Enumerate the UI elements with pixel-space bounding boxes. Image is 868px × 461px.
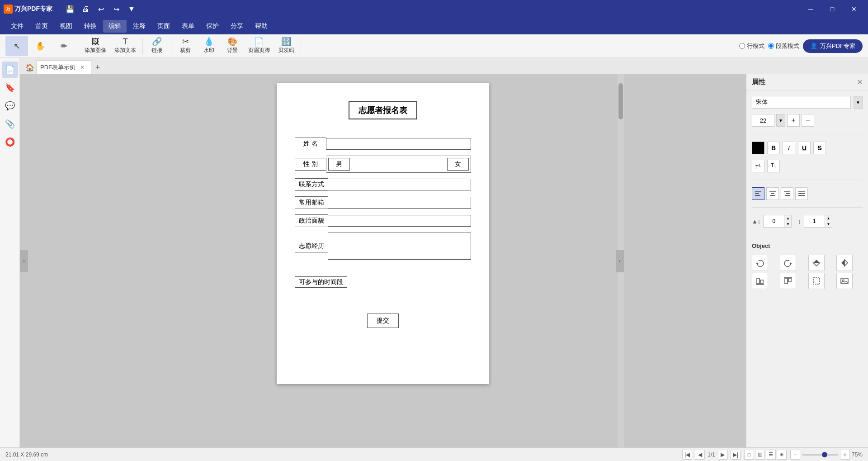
prev-page-button[interactable]: ◀ bbox=[695, 450, 705, 460]
menu-share[interactable]: 分享 bbox=[225, 20, 249, 33]
name-value[interactable] bbox=[326, 138, 471, 150]
bates-btn[interactable]: 🔢 贝茨码 bbox=[274, 36, 298, 56]
sidebar-signature-icon[interactable]: ⭕ bbox=[2, 134, 18, 150]
close-button[interactable]: ✕ bbox=[844, 0, 864, 18]
zoom-in-button[interactable]: + bbox=[840, 450, 850, 460]
strikethrough-button[interactable]: S bbox=[813, 142, 826, 154]
select-tool[interactable]: ↖ bbox=[5, 36, 28, 56]
italic-button[interactable]: I bbox=[783, 142, 795, 154]
font-size-input[interactable] bbox=[752, 114, 774, 127]
watermark-btn[interactable]: 💧 水印 bbox=[198, 36, 220, 56]
menu-protect[interactable]: 保护 bbox=[201, 20, 224, 33]
font-size-arrow[interactable]: ▼ bbox=[776, 114, 785, 127]
line-spacing-input[interactable] bbox=[804, 217, 825, 226]
crop-btn[interactable]: ✂ 裁剪 bbox=[174, 36, 197, 56]
align-bottom-button[interactable] bbox=[752, 273, 768, 289]
edit-tool[interactable]: ✏ bbox=[52, 36, 75, 56]
subscript-button[interactable]: T1 bbox=[767, 160, 780, 172]
add-tab-button[interactable]: + bbox=[91, 61, 104, 74]
double-page-view[interactable]: ▥ bbox=[755, 450, 765, 460]
align-right-button[interactable] bbox=[781, 187, 793, 200]
zoom-thumb[interactable] bbox=[822, 452, 827, 457]
line-spacing-up[interactable]: ▲ bbox=[825, 215, 832, 221]
experience-value[interactable] bbox=[328, 233, 471, 260]
align-left-button[interactable] bbox=[752, 187, 764, 200]
crop-button[interactable] bbox=[808, 273, 825, 289]
line-spacing-down[interactable]: ▼ bbox=[825, 221, 832, 227]
scroll-thumb[interactable] bbox=[618, 83, 623, 119]
home-tab-icon[interactable]: 🏠 bbox=[24, 61, 36, 74]
char-spacing-up[interactable]: ▲ bbox=[784, 215, 791, 221]
menu-convert[interactable]: 转换 bbox=[79, 20, 102, 33]
sidebar-bookmark-icon[interactable]: 🔖 bbox=[2, 80, 18, 96]
link-btn[interactable]: 🔗 链接 bbox=[146, 36, 168, 56]
font-select[interactable]: 宋体 bbox=[752, 96, 851, 109]
flip-v-button[interactable] bbox=[808, 255, 825, 271]
zoom-out-button[interactable]: − bbox=[790, 450, 800, 460]
email-value[interactable] bbox=[328, 197, 471, 209]
political-value[interactable] bbox=[328, 215, 471, 227]
vip-button[interactable]: 👤 万兴PDF专家 bbox=[803, 39, 863, 53]
menu-form[interactable]: 表单 bbox=[176, 20, 200, 33]
contact-value[interactable] bbox=[328, 179, 471, 190]
next-page-button[interactable]: ▶ bbox=[718, 450, 728, 460]
sidebar-page-icon[interactable]: 📄 bbox=[2, 62, 18, 78]
submit-button[interactable]: 提交 bbox=[367, 314, 399, 328]
para-mode-radio[interactable]: 段落模式 bbox=[768, 42, 799, 50]
align-justify-button[interactable] bbox=[795, 187, 808, 200]
hand-tool[interactable]: ✋ bbox=[29, 36, 52, 56]
quick-access-dropdown[interactable]: ▼ bbox=[125, 3, 138, 15]
font-size-decrease[interactable]: − bbox=[802, 114, 814, 127]
minimize-button[interactable]: ─ bbox=[800, 0, 821, 18]
first-page-button[interactable]: |◀ bbox=[682, 450, 692, 460]
tab-close-icon[interactable]: ✕ bbox=[79, 63, 85, 71]
rotate-ccw-button[interactable] bbox=[752, 255, 768, 271]
single-page-view[interactable]: □ bbox=[744, 450, 754, 460]
sidebar-attachment-icon[interactable]: 📎 bbox=[2, 116, 18, 132]
line-mode-input[interactable] bbox=[739, 43, 745, 49]
redo-icon[interactable]: ↪ bbox=[110, 3, 123, 15]
undo-icon[interactable]: ↩ bbox=[94, 3, 107, 15]
line-mode-radio[interactable]: 行模式 bbox=[739, 42, 764, 50]
grid-view[interactable]: ⊞ bbox=[777, 450, 787, 460]
font-size-increase[interactable]: + bbox=[787, 114, 800, 127]
last-page-button[interactable]: ▶| bbox=[731, 450, 741, 460]
zoom-slider[interactable] bbox=[802, 454, 838, 456]
collapse-right-button[interactable]: ‹ bbox=[616, 250, 624, 272]
maximize-button[interactable]: □ bbox=[822, 0, 843, 18]
align-center-button[interactable] bbox=[766, 187, 779, 200]
bold-button[interactable]: B bbox=[767, 142, 780, 154]
properties-close-icon[interactable]: ✕ bbox=[857, 78, 863, 86]
add-text-btn[interactable]: T 添加文本 bbox=[111, 36, 140, 56]
menu-view[interactable]: 视图 bbox=[54, 20, 78, 33]
print-icon[interactable]: 🖨 bbox=[79, 3, 92, 15]
align-top-button[interactable] bbox=[780, 273, 796, 289]
pdf-area[interactable]: › 志愿者报名表 姓 名 性 别 bbox=[20, 74, 746, 447]
collapse-left-button[interactable]: › bbox=[20, 250, 28, 272]
menu-home[interactable]: 首页 bbox=[30, 20, 53, 33]
para-mode-input[interactable] bbox=[768, 43, 774, 49]
char-spacing-input[interactable] bbox=[764, 217, 784, 226]
flip-h-button[interactable] bbox=[836, 255, 853, 271]
underline-button[interactable]: U bbox=[798, 142, 811, 154]
add-image-btn[interactable]: 🖼 添加图像 bbox=[81, 36, 110, 56]
gender-male[interactable]: 男 bbox=[328, 158, 350, 171]
sidebar-comment-icon[interactable]: 💬 bbox=[2, 98, 18, 114]
char-spacing-down[interactable]: ▼ bbox=[784, 221, 791, 227]
pdf-tab[interactable]: PDF表单示例 ✕ bbox=[36, 60, 91, 74]
font-select-arrow[interactable]: ▼ bbox=[854, 96, 863, 109]
menu-edit[interactable]: 编辑 bbox=[103, 20, 127, 33]
menu-file[interactable]: 文件 bbox=[5, 20, 29, 33]
scroll-view[interactable]: ☰ bbox=[766, 450, 776, 460]
menu-help[interactable]: 帮助 bbox=[250, 20, 273, 33]
rotate-cw-button[interactable] bbox=[780, 255, 796, 271]
background-btn[interactable]: 🎨 背景 bbox=[221, 36, 244, 56]
superscript-button[interactable]: T1 bbox=[752, 160, 764, 172]
gender-female[interactable]: 女 bbox=[447, 158, 469, 171]
header-footer-btn[interactable]: 📄 页眉页脚 bbox=[245, 36, 274, 56]
save-icon[interactable]: 💾 bbox=[64, 3, 76, 15]
color-picker[interactable] bbox=[752, 142, 764, 154]
menu-annotate[interactable]: 注释 bbox=[127, 20, 151, 33]
menu-page[interactable]: 页面 bbox=[152, 20, 175, 33]
replace-image-button[interactable] bbox=[836, 273, 853, 289]
